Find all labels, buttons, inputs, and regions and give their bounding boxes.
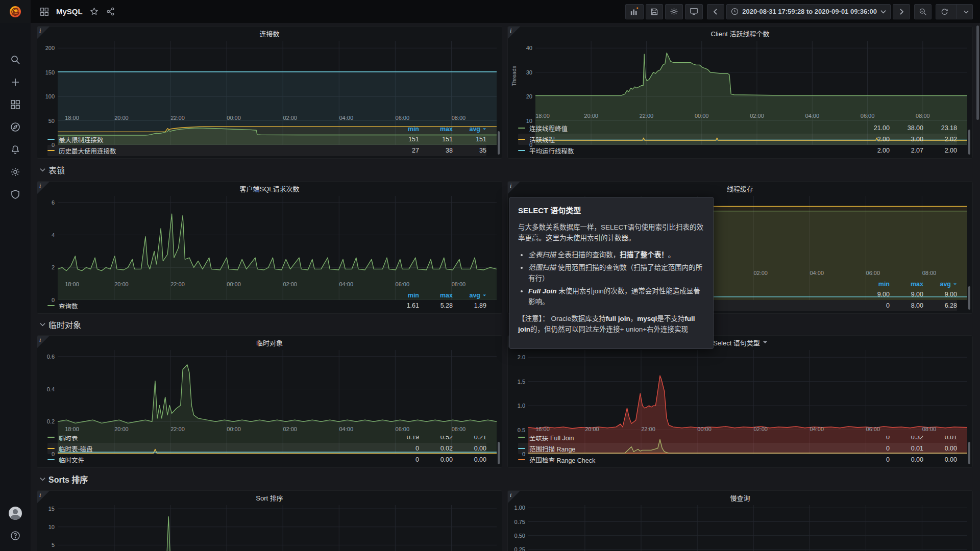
- x-tick-label: 02:00: [281, 426, 299, 432]
- chart-plot[interactable]: [58, 505, 497, 551]
- sidebar-configuration[interactable]: [0, 161, 31, 183]
- panel-info-icon[interactable]: i: [37, 27, 50, 39]
- chevron-down-icon: [40, 322, 45, 327]
- dashboard-area: i 连接数 050100150200 18:0020:0022:0000:000…: [31, 23, 980, 551]
- legend-series-label[interactable]: 最大限制连接数: [59, 135, 385, 144]
- legend-sort-avg[interactable]: avg: [923, 281, 957, 288]
- panel-title-slow-query[interactable]: 慢查询: [508, 491, 972, 504]
- legend-scrollbar[interactable]: [968, 130, 970, 155]
- panel-title-caret-icon: [763, 341, 767, 343]
- legend-value: 151: [419, 136, 453, 143]
- legend-series-label[interactable]: 活跃线程: [529, 135, 856, 144]
- dashboard-grid-icon[interactable]: [40, 7, 49, 16]
- grafana-logo[interactable]: [0, 0, 31, 23]
- legend-sort-avg[interactable]: avg: [453, 292, 486, 299]
- legend-series-label[interactable]: 范围检查 Range Check: [529, 455, 856, 465]
- y-tick-label: 0.75: [514, 519, 525, 525]
- legend-series-label[interactable]: 临时文件: [59, 455, 385, 465]
- time-range-picker[interactable]: 2020-08-31 17:59:28 to 2020-09-01 09:36:…: [726, 4, 891, 19]
- legend-series-label[interactable]: 历史最大使用连接数: [59, 146, 385, 156]
- panel-info-icon[interactable]: i: [37, 491, 50, 503]
- page-scrollbar[interactable]: [976, 26, 979, 120]
- panel-title-client-threads[interactable]: Client 活跃线程个数: [508, 27, 972, 40]
- panel-title-sql-requests[interactable]: 客户端SQL请求次数: [37, 182, 502, 195]
- panel-info-icon[interactable]: i: [508, 27, 520, 39]
- time-shift-forward-button[interactable]: [893, 4, 910, 19]
- legend-series-label[interactable]: 连接线程峰值: [529, 123, 856, 133]
- cycle-view-button[interactable]: [685, 4, 703, 19]
- sidebar-create[interactable]: [0, 71, 31, 93]
- chart-plot[interactable]: [528, 350, 967, 424]
- legend-sort-max[interactable]: max: [419, 126, 453, 133]
- row-header-temp-objects[interactable]: 临时对象: [37, 318, 973, 331]
- chevron-right-icon: [898, 9, 904, 15]
- legend-sort-max[interactable]: max: [890, 281, 923, 288]
- legend-value: 38.00: [890, 124, 923, 132]
- legend-series-label[interactable]: 查询数: [59, 301, 385, 311]
- y-tick-label: 150: [45, 69, 55, 76]
- avatar: [9, 507, 22, 520]
- x-tick-label: 02:00: [751, 270, 770, 276]
- legend-series-label[interactable]: 临时表: [59, 436, 385, 442]
- chart-plot[interactable]: [528, 505, 967, 551]
- sidebar-server-admin[interactable]: [0, 183, 31, 206]
- dashboard-settings-button[interactable]: [665, 4, 683, 19]
- sidebar-alerting[interactable]: [0, 138, 31, 161]
- sidebar-explore[interactable]: [0, 116, 31, 138]
- panel-title-thread-cache[interactable]: 线程缓存: [508, 182, 972, 195]
- chart-plot[interactable]: [58, 196, 497, 280]
- legend-sort-max[interactable]: max: [419, 292, 453, 299]
- refresh-button[interactable]: [936, 4, 973, 19]
- legend-sort-avg[interactable]: avg: [453, 126, 486, 133]
- legend-value: 0.19: [385, 436, 419, 441]
- row-header-table-locks[interactable]: 表锁: [37, 163, 973, 177]
- legend-sort-min[interactable]: min: [385, 126, 419, 133]
- legend-value: 0: [856, 456, 890, 463]
- sidebar-help[interactable]: [0, 524, 31, 547]
- legend-scrollbar[interactable]: [968, 442, 970, 464]
- sidebar-dashboards[interactable]: [0, 93, 31, 116]
- chart-plot[interactable]: [58, 350, 497, 424]
- zoom-out-button[interactable]: [914, 4, 932, 19]
- chart-plot[interactable]: [535, 41, 967, 111]
- legend-series-label[interactable]: 范围扫描 Range: [529, 444, 856, 454]
- star-icon[interactable]: [90, 7, 99, 16]
- dashboard-title[interactable]: MySQL: [56, 7, 83, 16]
- legend-scrollbar[interactable]: [968, 286, 970, 310]
- chevron-left-icon: [713, 9, 719, 15]
- x-tick-label: 18:00: [63, 426, 81, 432]
- legend-series-label[interactable]: 全联接 Full Join: [529, 436, 856, 442]
- series-color-dash-icon: [518, 437, 525, 438]
- panel-connections: i 连接数 050100150200 18:0020:0022:0000:000…: [37, 26, 502, 159]
- panel-info-icon[interactable]: i: [37, 336, 50, 348]
- x-tick-label: 18:00: [63, 115, 81, 121]
- panel-info-icon[interactable]: i: [37, 182, 50, 194]
- legend-sort-min[interactable]: min: [856, 281, 890, 288]
- add-panel-button[interactable]: [625, 4, 644, 19]
- legend-series-label[interactable]: 临时表-磁盘: [59, 444, 385, 454]
- save-dashboard-button[interactable]: [646, 4, 663, 19]
- shield-icon: [10, 189, 20, 199]
- legend-scrollbar[interactable]: [498, 442, 500, 464]
- series-color-dash-icon: [47, 139, 55, 140]
- sidebar-search[interactable]: [0, 48, 31, 71]
- legend-series-label[interactable]: 平均运行线程数: [529, 146, 856, 156]
- panel-title-sort[interactable]: Sort 排序: [37, 491, 502, 504]
- row-header-sorts[interactable]: Sorts 排序: [37, 472, 973, 486]
- panel-sql-requests: i 客户端SQL请求次数 0246 18:0020:0022:0000:0002…: [37, 181, 502, 314]
- sidebar-user-avatar[interactable]: [0, 502, 31, 524]
- panel-info-icon[interactable]: i: [508, 182, 520, 194]
- panel-title-temp-objects[interactable]: 临时对象: [37, 336, 502, 349]
- legend-scrollbar[interactable]: [498, 131, 500, 155]
- legend-value: 8.00: [890, 302, 923, 309]
- y-tick-label: 20: [526, 93, 532, 99]
- chart-plot[interactable]: [58, 41, 497, 113]
- time-shift-back-button[interactable]: [707, 4, 724, 19]
- panel-select-types: i Select 语句类型 00.51.01.52.0 18:0020:0022…: [507, 335, 973, 468]
- share-icon[interactable]: [106, 7, 115, 16]
- panel-title-connections[interactable]: 连接数: [37, 27, 502, 40]
- y-tick-label: 0.6: [47, 354, 55, 360]
- save-icon: [650, 8, 658, 16]
- legend-sort-min[interactable]: min: [385, 292, 419, 299]
- panel-info-icon[interactable]: i: [508, 491, 520, 503]
